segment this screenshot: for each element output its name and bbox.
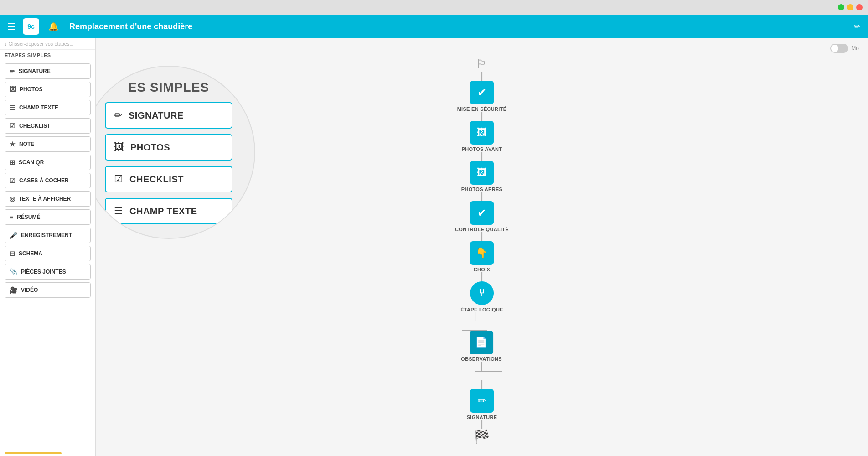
wf-node-mise-en-securite[interactable]: ✔ MISE EN SÉCURITÉ: [457, 81, 507, 112]
notification-bell-icon[interactable]: 🔔: [48, 21, 58, 31]
title-bar: [0, 0, 868, 15]
zoom-item-checklist[interactable]: ☑ CHECKLIST: [105, 166, 232, 192]
traffic-light-yellow[interactable]: [847, 4, 853, 10]
main-content: ↓ Glisser-déposer vos étapes... ETAPES S…: [0, 38, 868, 456]
wf-label-observations: OBSERVATIONS: [461, 356, 502, 362]
header: ☰ 9c 🔔 Remplacement d'une chaudière ✏: [0, 15, 868, 38]
wf-node-observations-wrapper: 📄 OBSERVATIONS: [461, 331, 502, 380]
wf-box-photos-avant: 🖼: [470, 121, 494, 145]
wf-label-photos-avant: PHOTOS AVANT: [462, 146, 502, 152]
connector-8: [481, 420, 482, 429]
branch-elbow-left: [462, 321, 487, 331]
sidebar-item-cases-a-cocher[interactable]: ☑CASES À COCHER: [5, 173, 91, 188]
step-label-scan-qr: SCAN QR: [19, 159, 44, 166]
zoom-section-title: ES SIMPLES: [128, 80, 209, 95]
wf-node-photos-avant[interactable]: 🖼 PHOTOS AVANT: [462, 121, 502, 152]
edit-icon[interactable]: ✏: [854, 21, 861, 31]
step-label-pieces-jointes: PIÈCES JOINTES: [21, 269, 66, 275]
zoom-checklist-icon: ☑: [114, 173, 123, 185]
step-icon-enregistrement: 🎤: [10, 232, 17, 239]
step-label-photos: PHOTOS: [20, 86, 42, 93]
wf-box-photos-apres: 🖼: [470, 161, 494, 185]
wf-label-choix: CHOIX: [474, 267, 490, 272]
workflow-diagram: 🏳 ✔ MISE EN SÉCURITÉ 🖼 PHOTOS AVANT: [455, 57, 509, 444]
sidebar-item-photos[interactable]: 🖼PHOTOS: [5, 82, 91, 97]
step-icon-texte-a-afficher: ◎: [10, 195, 15, 202]
flag-start-icon: 🏳: [475, 57, 488, 72]
wf-node-signature-end[interactable]: ✏ SIGNATURE: [467, 389, 497, 420]
zoom-item-signature[interactable]: ✏ SIGNATURE: [105, 102, 232, 129]
step-label-checklist: CHECKLIST: [19, 123, 51, 129]
scroll-indicator: [5, 452, 62, 454]
step-icon-schema: ⊟: [10, 250, 15, 257]
step-label-schema: SCHEMA: [19, 250, 42, 257]
sidebar-item-texte-a-afficher[interactable]: ◎TEXTE À AFFICHER: [5, 191, 91, 207]
page-title: Remplacement d'une chaudière: [69, 22, 847, 31]
wf-box-mise-en-securite: ✔: [470, 81, 494, 104]
wf-node-controle-qualite[interactable]: ✔ CONTRÔLE QUALITÉ: [455, 201, 509, 232]
zoom-signature-icon: ✏: [114, 109, 122, 121]
sidebar-item-pieces-jointes[interactable]: 📎PIÈCES JOINTES: [5, 264, 91, 280]
connector-5: [481, 232, 482, 241]
connector-2: [481, 112, 482, 121]
toggle-switch[interactable]: [830, 44, 848, 53]
wf-node-photos-apres[interactable]: 🖼 PHOTOS APRÈS: [461, 161, 502, 192]
zoom-signature-label: SIGNATURE: [129, 110, 184, 121]
step-label-note: NOTE: [19, 141, 34, 147]
zoom-item-photos[interactable]: 🖼 PHOTOS: [105, 134, 232, 161]
sidebar-item-schema[interactable]: ⊟SCHEMA: [5, 246, 91, 261]
wf-box-signature-end: ✏: [470, 389, 494, 413]
sidebar-item-signature[interactable]: ✏SIGNATURE: [5, 63, 91, 79]
step-icon-video: 🎥: [10, 286, 17, 294]
zoom-item-champ-texte[interactable]: ☰ CHAMP TEXTE: [105, 198, 232, 224]
connector-4: [481, 192, 482, 201]
step-label-video: VIDÉO: [21, 287, 38, 293]
step-label-enregistrement: ENREGISTREMENT: [21, 232, 72, 238]
traffic-light-red[interactable]: [856, 4, 863, 10]
wf-label-controle-qualite: CONTRÔLE QUALITÉ: [455, 227, 509, 232]
sidebar-item-resume[interactable]: ≡RÉSUMÉ: [5, 209, 91, 225]
sidebar-item-checklist[interactable]: ☑CHECKLIST: [5, 118, 91, 134]
step-icon-photos: 🖼: [10, 86, 16, 93]
app-logo: 9c: [23, 18, 39, 35]
zoom-checklist-label: CHECKLIST: [129, 174, 184, 185]
left-panel: ↓ Glisser-déposer vos étapes... ETAPES S…: [0, 38, 96, 456]
wf-box-controle-qualite: ✔: [470, 201, 494, 225]
wf-node-observations[interactable]: 📄 OBSERVATIONS: [461, 331, 502, 362]
sidebar-item-note[interactable]: ★NOTE: [5, 136, 91, 152]
sidebar-item-video[interactable]: 🎥VIDÉO: [5, 282, 91, 298]
step-icon-cases-a-cocher: ☑: [10, 177, 16, 184]
step-icon-note: ★: [10, 140, 16, 148]
zoom-champ-texte-icon: ☰: [114, 205, 123, 217]
drag-hint: ↓ Glisser-déposer vos étapes...: [0, 38, 95, 50]
step-icon-scan-qr: ⊞: [10, 159, 15, 166]
connector-7: [481, 380, 482, 389]
step-icon-resume: ≡: [10, 213, 13, 221]
toggle-area: Mo: [830, 44, 859, 53]
step-label-signature: SIGNATURE: [19, 68, 51, 74]
wf-box-etape-logique: ⑂: [470, 281, 494, 305]
traffic-light-green[interactable]: [838, 4, 844, 10]
sidebar-item-scan-qr[interactable]: ⊞SCAN QR: [5, 155, 91, 170]
step-icon-pieces-jointes: 📎: [10, 268, 17, 275]
step-icon-signature: ✏: [10, 67, 15, 75]
wf-label-etape-logique: ÉTAPE LOGIQUE: [460, 307, 503, 312]
step-label-texte-a-afficher: TEXTE À AFFICHER: [19, 196, 71, 202]
wf-box-observations: 📄: [470, 331, 493, 354]
wf-node-etape-logique[interactable]: ⑂ ÉTAPE LOGIQUE: [460, 281, 503, 312]
step-label-resume: RÉSUMÉ: [17, 214, 40, 220]
zoom-overlay: ES SIMPLES ✏ SIGNATURE 🖼 PHOTOS ☑ CHECKL…: [96, 66, 255, 239]
step-label-champ-texte: CHAMP TEXTE: [19, 104, 58, 111]
sidebar-item-enregistrement[interactable]: 🎤ENREGISTREMENT: [5, 228, 91, 243]
canvas-area: Mo 🏳 ✔ MISE EN SÉCURITÉ 🖼 PH: [96, 38, 868, 456]
wf-start-flag: 🏳: [475, 57, 488, 72]
section-title-simples: ETAPES SIMPLES: [0, 50, 95, 61]
sidebar-item-champ-texte[interactable]: ☰CHAMP TEXTE: [5, 100, 91, 115]
wf-label-signature-end: SIGNATURE: [467, 415, 497, 420]
step-label-cases-a-cocher: CASES À COCHER: [19, 177, 69, 184]
menu-icon[interactable]: ☰: [7, 21, 16, 32]
step-icon-champ-texte: ☰: [10, 104, 16, 111]
flag-end-icon: 🏁: [474, 429, 490, 444]
obs-return-horiz: [475, 371, 502, 380]
wf-node-choix[interactable]: 👇 CHOIX: [470, 241, 494, 272]
